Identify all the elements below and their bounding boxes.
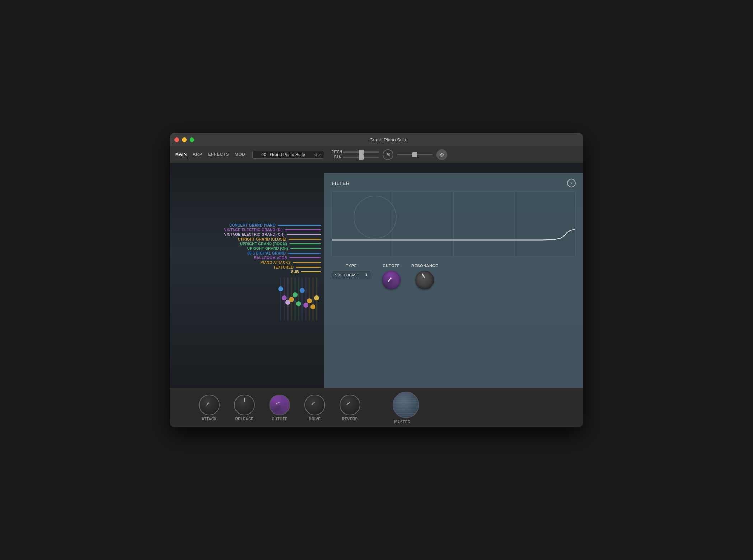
layer-name: UPRIGHT GRAND (OH) — [247, 247, 288, 251]
fader-channel[interactable] — [284, 277, 285, 328]
cutoff-knob[interactable] — [269, 395, 290, 415]
filter-close-button[interactable]: × — [567, 179, 576, 187]
maximize-traffic-light[interactable] — [190, 137, 194, 142]
nav-tabs: MAIN ARP EFFECTS MOD — [175, 151, 245, 158]
filter-resonance-knob[interactable] — [415, 271, 434, 289]
filter-curve-svg — [332, 224, 575, 256]
volume-thumb — [412, 152, 417, 157]
layer-name: TEXTURED — [273, 265, 294, 269]
fader-track — [301, 277, 303, 321]
layer-item[interactable]: UPRIGHT GRAND (CLOSE) — [238, 237, 321, 241]
fader-channel[interactable] — [298, 277, 299, 328]
fader-handle — [300, 288, 305, 293]
layer-bar — [287, 234, 321, 235]
attack-label: ATTACK — [202, 417, 217, 421]
bottom-bar: ATTACK RELEASE CUTOFF DRIVE — [170, 388, 583, 427]
layer-bar — [301, 271, 321, 272]
fader-handle — [310, 304, 315, 309]
drive-knob[interactable] — [304, 395, 325, 415]
layer-bar — [289, 239, 321, 240]
fader-handle — [282, 295, 287, 300]
fader-channel[interactable] — [280, 277, 281, 328]
filter-type-value: SVF LOPASS — [335, 273, 359, 277]
layer-item[interactable]: VINTAGE ELECTRIC GRAND (OH) — [224, 233, 321, 237]
fader-channel[interactable] — [291, 277, 292, 328]
filter-header: FILTER × — [332, 179, 576, 187]
drive-label: DRIVE — [309, 417, 321, 421]
traffic-lights — [174, 137, 194, 142]
pan-thumb — [359, 155, 364, 160]
tab-main[interactable]: MAIN — [175, 151, 187, 158]
fader-channel[interactable] — [301, 277, 303, 328]
volume-slider[interactable] — [397, 154, 433, 155]
layer-name: VINTAGE ELECTRIC GRAND (OH) — [224, 233, 285, 237]
m-button[interactable]: M — [383, 149, 393, 160]
preset-next-icon[interactable]: ▷ — [318, 153, 321, 157]
fader-channel[interactable] — [312, 277, 314, 328]
filter-type-selector[interactable]: SVF LOPASS ⬍ — [332, 271, 371, 279]
fader-channel[interactable] — [305, 277, 307, 328]
filter-resonance-label: RESONANCE — [411, 263, 438, 268]
window-title: Grand Piano Suite — [198, 137, 579, 143]
layer-item[interactable]: TEXTURED — [273, 265, 321, 269]
faders-area — [174, 277, 317, 328]
pitch-pan-area: PITCH PAN — [331, 150, 379, 159]
layer-item[interactable]: UPRIGHT GRAND (ROOM) — [240, 242, 321, 246]
filter-cutoff-knob[interactable] — [382, 271, 401, 289]
cutoff-label: CUTOFF — [272, 417, 287, 421]
preset-prev-icon[interactable]: ◁ — [314, 153, 317, 157]
close-traffic-light[interactable] — [174, 137, 179, 142]
filter-cutoff-group: CUTOFF — [382, 263, 401, 289]
layer-item[interactable]: UPRIGHT GRAND (OH) — [247, 247, 321, 251]
fader-track — [280, 277, 281, 321]
layer-item[interactable]: 80'S DIGITAL GRAND — [247, 251, 321, 255]
reverb-knob[interactable] — [340, 395, 360, 415]
master-button[interactable] — [393, 392, 419, 418]
fader-track — [309, 277, 310, 321]
fader-handle — [307, 298, 312, 303]
release-knob[interactable] — [234, 395, 255, 415]
layer-item[interactable]: VINTAGE ELECTRIC GRAND (DI) — [224, 228, 321, 232]
cutoff-knob-group: CUTOFF — [269, 395, 290, 421]
fader-channel[interactable] — [287, 277, 289, 328]
layer-bar — [278, 225, 321, 226]
layer-name: CONCERT GRAND PIANO — [229, 223, 276, 227]
pitch-thumb — [359, 150, 364, 155]
fader-channel[interactable] — [294, 277, 296, 328]
layer-item[interactable]: PIANO ATTACKS — [261, 261, 321, 265]
layer-item[interactable]: BALLROOM VERB — [254, 256, 321, 260]
filter-cutoff-knob-body — [382, 271, 401, 289]
layer-item[interactable]: CONCERT GRAND PIANO — [229, 223, 321, 227]
tab-arp[interactable]: ARP — [193, 151, 202, 158]
left-panel: CONCERT GRAND PIANO VINTAGE ELECTRIC GRA… — [170, 163, 324, 388]
preset-selector[interactable]: 00 - Grand Piano Suite ◁ ▷ — [252, 151, 324, 159]
pitch-label: PITCH — [331, 150, 341, 154]
pitch-slider[interactable] — [343, 151, 379, 153]
pan-slider[interactable] — [343, 157, 379, 158]
attack-knob-group: ATTACK — [199, 395, 220, 421]
settings-button[interactable]: ⚙ — [436, 149, 447, 160]
reverb-knob-group: REVERB — [340, 395, 360, 421]
fader-track — [291, 277, 292, 321]
tab-effects[interactable]: EFFECTS — [208, 151, 229, 158]
layer-bar — [285, 229, 321, 230]
gear-icon: ⚙ — [440, 152, 444, 158]
main-content: CONCERT GRAND PIANO VINTAGE ELECTRIC GRA… — [170, 163, 583, 388]
attack-knob[interactable] — [199, 395, 220, 415]
layer-bar — [288, 253, 321, 254]
minimize-traffic-light[interactable] — [182, 137, 187, 142]
filter-title: FILTER — [332, 181, 350, 186]
fader-channel[interactable] — [316, 277, 317, 328]
fader-channel[interactable] — [309, 277, 310, 328]
filter-type-arrow-icon: ⬍ — [365, 272, 368, 277]
fader-track — [287, 277, 289, 321]
tab-mod[interactable]: MOD — [235, 151, 245, 158]
filter-cutoff-knob-marker — [388, 277, 392, 282]
pan-label: PAN — [331, 155, 341, 159]
layer-bar — [290, 248, 321, 249]
filter-type-group: TYPE SVF LOPASS ⬍ — [332, 263, 371, 279]
layer-name: BALLROOM VERB — [254, 256, 287, 260]
pitch-row: PITCH — [331, 150, 379, 154]
fader-handle — [303, 303, 308, 308]
layer-item[interactable]: SUB — [291, 270, 321, 274]
